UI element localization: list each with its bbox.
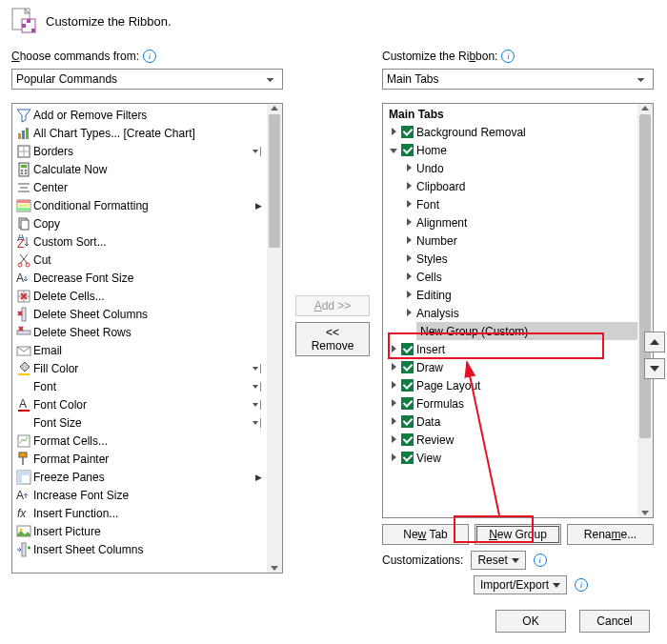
command-item[interactable]: AFont Color bbox=[12, 395, 267, 413]
group-row[interactable]: Number bbox=[383, 231, 637, 250]
checkbox-icon[interactable] bbox=[401, 415, 414, 428]
checkbox-icon[interactable] bbox=[401, 361, 414, 373]
ok-button[interactable]: OK bbox=[495, 610, 566, 633]
expand-icon[interactable] bbox=[404, 163, 414, 173]
group-row[interactable]: Alignment bbox=[383, 213, 637, 231]
command-item[interactable]: Delete Cells... bbox=[12, 287, 267, 305]
group-row[interactable]: Styles bbox=[383, 250, 637, 268]
expand-icon[interactable] bbox=[389, 380, 398, 391]
scroll-up-icon[interactable] bbox=[641, 106, 649, 111]
scroll-thumb[interactable] bbox=[269, 114, 280, 248]
command-item[interactable]: Conditional Formatting▶ bbox=[12, 196, 267, 214]
tab-row[interactable]: View bbox=[383, 449, 637, 467]
command-item[interactable]: Delete Sheet Rows bbox=[12, 323, 267, 341]
command-item[interactable]: Cut bbox=[12, 251, 267, 269]
tab-row[interactable]: Page Layout bbox=[383, 376, 637, 394]
cancel-button[interactable]: Cancel bbox=[579, 610, 650, 633]
group-row[interactable]: Editing bbox=[383, 286, 637, 304]
command-item[interactable]: Fill Color bbox=[12, 359, 267, 377]
tab-row[interactable]: Review bbox=[383, 431, 637, 449]
command-item[interactable]: Add or Remove Filters bbox=[12, 106, 267, 124]
checkbox-icon[interactable] bbox=[401, 144, 414, 156]
scrollbar[interactable] bbox=[267, 104, 282, 573]
info-icon[interactable]: i bbox=[575, 578, 588, 592]
customize-ribbon-combo[interactable]: Main Tabs bbox=[382, 69, 654, 90]
checkbox-icon[interactable] bbox=[401, 452, 414, 464]
expand-icon[interactable] bbox=[404, 199, 414, 210]
group-row[interactable]: Font bbox=[383, 195, 637, 213]
triangle-down-icon bbox=[650, 366, 659, 372]
selected-group[interactable]: New Group (Custom) bbox=[416, 322, 637, 340]
custom-group-row[interactable]: New Group (Custom) bbox=[383, 322, 637, 340]
checkbox-icon[interactable] bbox=[401, 397, 414, 410]
expand-icon[interactable] bbox=[404, 253, 414, 264]
expand-icon[interactable] bbox=[404, 290, 414, 300]
tab-row[interactable]: Insert bbox=[383, 340, 637, 358]
checkbox-icon[interactable] bbox=[401, 343, 414, 355]
command-item[interactable]: Calculate Now bbox=[12, 160, 267, 178]
tab-row[interactable]: Formulas bbox=[383, 394, 637, 413]
group-row[interactable]: Undo bbox=[383, 159, 637, 177]
expand-icon[interactable] bbox=[389, 344, 398, 354]
tab-row[interactable]: Draw bbox=[383, 358, 637, 376]
command-item[interactable]: Email bbox=[12, 341, 267, 359]
scroll-up-icon[interactable] bbox=[271, 106, 278, 111]
move-down-button[interactable] bbox=[644, 358, 665, 379]
command-item[interactable]: Font bbox=[12, 377, 267, 395]
expand-icon[interactable] bbox=[404, 272, 414, 282]
group-row[interactable]: Cells bbox=[383, 268, 637, 286]
command-item[interactable]: fxInsert Function... bbox=[12, 504, 267, 522]
group-row[interactable]: Clipboard bbox=[383, 177, 637, 195]
remove-button[interactable]: << Remove bbox=[295, 322, 370, 356]
expand-icon[interactable] bbox=[404, 181, 414, 191]
tab-row[interactable]: Data bbox=[383, 413, 637, 431]
scroll-down-icon[interactable] bbox=[271, 566, 278, 571]
ribbon-tree[interactable]: Main Tabs Background RemovalHomeUndoClip… bbox=[382, 103, 654, 518]
command-item[interactable]: ADecrease Font Size bbox=[12, 269, 267, 287]
scroll-thumb[interactable] bbox=[639, 114, 651, 438]
new-group-button[interactable]: New Group bbox=[475, 524, 561, 545]
checkbox-icon[interactable] bbox=[401, 433, 414, 446]
new-tab-button[interactable]: New Tab bbox=[382, 524, 469, 545]
expand-icon[interactable] bbox=[404, 235, 414, 246]
move-up-button[interactable] bbox=[644, 332, 665, 352]
command-item[interactable]: Insert Picture bbox=[12, 522, 267, 540]
reset-button[interactable]: Reset bbox=[471, 551, 525, 570]
expand-icon[interactable] bbox=[389, 416, 398, 427]
rename-button[interactable]: Rename... bbox=[567, 524, 654, 545]
scroll-down-icon[interactable] bbox=[641, 511, 649, 515]
expand-icon[interactable] bbox=[389, 362, 398, 372]
info-icon[interactable]: i bbox=[501, 50, 515, 63]
tab-row[interactable]: Background Removal bbox=[383, 123, 637, 141]
info-icon[interactable]: i bbox=[143, 50, 156, 63]
command-item[interactable]: All Chart Types... [Create Chart] bbox=[12, 124, 267, 142]
checkbox-icon[interactable] bbox=[401, 126, 414, 138]
info-icon[interactable]: i bbox=[534, 553, 547, 567]
command-item[interactable]: Format Painter bbox=[12, 450, 267, 468]
command-item[interactable]: AZCustom Sort... bbox=[12, 232, 267, 251]
expand-icon[interactable] bbox=[389, 434, 398, 445]
command-label: Conditional Formatting bbox=[33, 199, 149, 212]
checkbox-icon[interactable] bbox=[401, 379, 414, 392]
scrollbar[interactable] bbox=[637, 104, 653, 517]
group-row[interactable]: Analysis bbox=[383, 304, 637, 322]
expand-icon[interactable] bbox=[389, 127, 398, 137]
expand-icon[interactable] bbox=[389, 398, 398, 409]
command-item[interactable]: Font Size bbox=[12, 413, 267, 432]
command-item[interactable]: Format Cells... bbox=[12, 432, 267, 450]
tab-row[interactable]: Home bbox=[383, 141, 637, 159]
command-item[interactable]: Delete Sheet Columns bbox=[12, 305, 267, 323]
expand-icon[interactable] bbox=[389, 145, 398, 155]
command-item[interactable]: Borders bbox=[12, 142, 267, 160]
command-item[interactable]: AIncrease Font Size bbox=[12, 486, 267, 504]
expand-icon[interactable] bbox=[404, 308, 414, 318]
commands-listbox[interactable]: Add or Remove FiltersAll Chart Types... … bbox=[11, 103, 283, 574]
expand-icon[interactable] bbox=[389, 453, 398, 463]
choose-commands-combo[interactable]: Popular Commands bbox=[11, 69, 283, 90]
expand-icon[interactable] bbox=[404, 217, 414, 228]
command-item[interactable]: Copy bbox=[12, 214, 267, 232]
command-item[interactable]: Center bbox=[12, 178, 267, 196]
import-export-button[interactable]: Import/Export bbox=[474, 575, 567, 594]
command-item[interactable]: Insert Sheet Columns bbox=[12, 540, 267, 558]
command-item[interactable]: Freeze Panes▶ bbox=[12, 468, 267, 486]
